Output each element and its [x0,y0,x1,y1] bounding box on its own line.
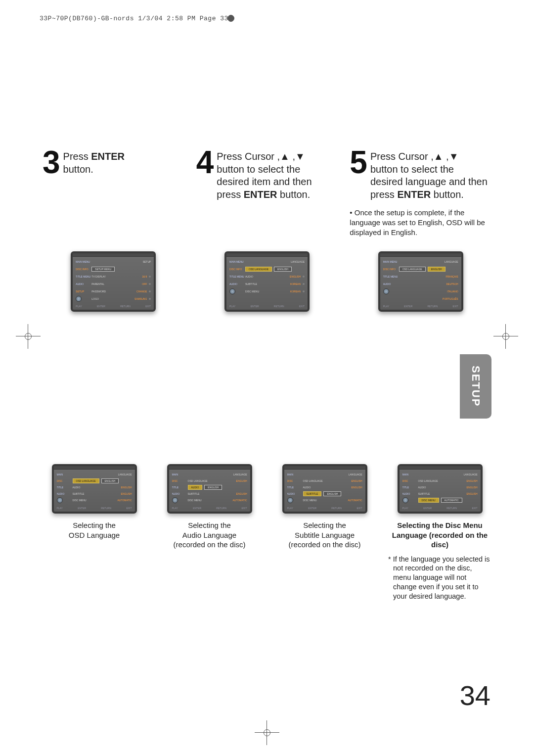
nav-icon [76,296,82,302]
step-5-note: • Once the setup is complete, if the lan… [350,208,491,237]
sidebar-item: MAIN MENU [229,260,245,263]
text: press [370,189,397,200]
item-label: AUDIO [73,486,81,489]
screenshot-step-4: MAIN MENULANGUAGE DISC INFOOSD LANGUAGEE… [224,251,310,312]
item-label: DISC MENU [73,499,87,502]
sidebar-item: DISC INFO [383,268,399,271]
item-value: 16:9 [142,275,147,278]
highlighted-option: ENGLISH [428,267,445,272]
sidebar-item: MAIN [287,473,303,476]
step-number: 3 [43,148,60,201]
title-label: LANGUAGE [445,260,458,263]
lang-option: PORTUGUÊS [443,297,458,300]
item-box: OSD LANGUAGE [399,267,426,272]
title-label: SETUP [143,260,151,263]
grid-col-subtitle: MAINLANGUAGE DISCOSD LANGUAGEENGLISH TIT… [273,464,376,601]
nav-icon [402,497,408,503]
text: Press Cursor , [217,151,280,162]
sidebar-item: DISC [172,479,188,482]
screenshot-disc-menu-language: MAINLANGUAGE DISCOSD LANGUAGEENGLISH TIT… [398,464,483,514]
bottom-hints: PLAYENTERRETURNEXIT [172,507,247,510]
grid-col-osd: MAINLANGUAGE DISCOSD LANGUAGEENGLISH TIT… [43,464,146,601]
lang-option: DEUTSCH [446,283,458,285]
item-value: ENGLISH [467,486,478,489]
enter-word: ENTER [91,151,125,162]
item-value-box: ENGLISH [323,491,341,496]
bottom-hints: PLAY ENTER RETURN EXIT [229,305,305,308]
nav-icon [287,497,293,503]
caption: Selecting the Disc Menu Language (record… [388,520,491,550]
sidebar-item: TITLE [57,486,73,489]
item-value: ENGLISH [467,479,478,482]
nav-icon [172,497,178,503]
caption: Selecting the Subtitle Language (recorde… [289,520,361,550]
item-label: SUBTITLE [188,492,200,495]
sidebar-item: DISC INFO [76,268,91,271]
triangle-up-icon: ▲ [280,150,290,163]
item-label: AUDIO [303,486,311,489]
item-value-box: AUTOMATIC [441,498,462,503]
setup-tab-label: SETUP [469,366,482,407]
sidebar-item: MAIN [402,473,418,476]
text: desired item and then [217,176,312,187]
triangle-up-icon: ▲ [434,150,444,163]
page-number: 34 [460,679,490,711]
item-value: ENGLISH [352,486,362,489]
steps-row: 3 Press ENTER button. 4 Press Cursor ,▲ … [43,148,491,201]
title-label: LANGUAGE [349,473,362,476]
grid-col-audio: MAINLANGUAGE DISCOSD LANGUAGEENGLISH TIT… [158,464,261,601]
bottom-hints: PLAYENTERRETURNEXIT [57,507,132,510]
item-value-box: ENGLISH [204,485,222,490]
item-label: PARENTAL [91,283,104,285]
enter-word: ENTER [244,189,277,200]
registration-mark-bottom [255,720,279,745]
step-4: 4 Press Cursor ,▲ ,▼ button to select th… [196,148,338,201]
sidebar-item: AUDIO [57,492,73,495]
registration-mark-right [493,324,518,349]
item-label: OSD LANGUAGE [303,479,323,482]
nav-icon [57,497,63,503]
print-header: 33P~70P(DB760)-GB-nords 1/3/04 2:58 PM P… [40,15,228,22]
text: button. [63,164,93,175]
step-3: 3 Press ENTER button. [43,148,184,201]
item-value: AUTOMATIC [118,499,132,502]
item-value: CHANGE [136,290,147,293]
item-label: PASSWORD [91,290,106,293]
item-label: DISC MENU [245,290,259,293]
registration-mark-top [227,15,234,22]
item-label: AUDIO [245,275,253,278]
sidebar-item: DISC INFO [229,268,245,271]
item-label: DISC MENU [303,499,317,502]
title-label: LANGUAGE [291,260,305,263]
sidebar-item: MAIN [172,473,188,476]
item-label: SUBTITLE [73,492,85,495]
sidebar-item: TITLE [172,486,188,489]
item-value-box: ENGLISH [274,267,292,272]
setup-box: SETUP MENU [91,267,115,272]
sidebar-item: AUDIO [172,492,188,495]
screenshot-osd-language: MAINLANGUAGE DISCOSD LANGUAGEENGLISH TIT… [52,464,137,514]
sidebar-item: AUDIO [76,283,91,285]
footnote: * If the language you selected is not re… [388,555,491,601]
sidebar-item: TITLE MENU [229,275,245,278]
title-label: LANGUAGE [118,473,132,476]
sidebar-item: MAIN MENU [383,260,399,263]
item-value: ENGLISH [121,486,132,489]
item-value: AUTOMATIC [233,499,247,502]
lang-option: FRANÇAIS [445,275,458,278]
sidebar-item: TITLE MENU [76,275,91,278]
bottom-hints: PLAYENTERRETURNEXIT [287,507,362,510]
sidebar-item: TITLE [287,486,303,489]
bottom-hints: PLAY ENTER RETURN EXIT [76,305,151,308]
nav-icon [229,288,235,294]
grid-col-disc-menu: MAINLANGUAGE DISCOSD LANGUAGEENGLISH TIT… [388,464,491,601]
text: button. [431,189,464,200]
item-label: AUDIO [418,486,426,489]
sidebar-item: AUDIO [402,492,418,495]
title-label: LANGUAGE [464,473,478,476]
text: button to select the [217,164,300,175]
screenshot-audio-language: MAINLANGUAGE DISCOSD LANGUAGEENGLISH TIT… [167,464,252,514]
sidebar-item: TITLE MENU [383,275,399,278]
bottom-hints: PLAY ENTER RETURN EXIT [383,305,458,308]
text: press [217,189,243,200]
